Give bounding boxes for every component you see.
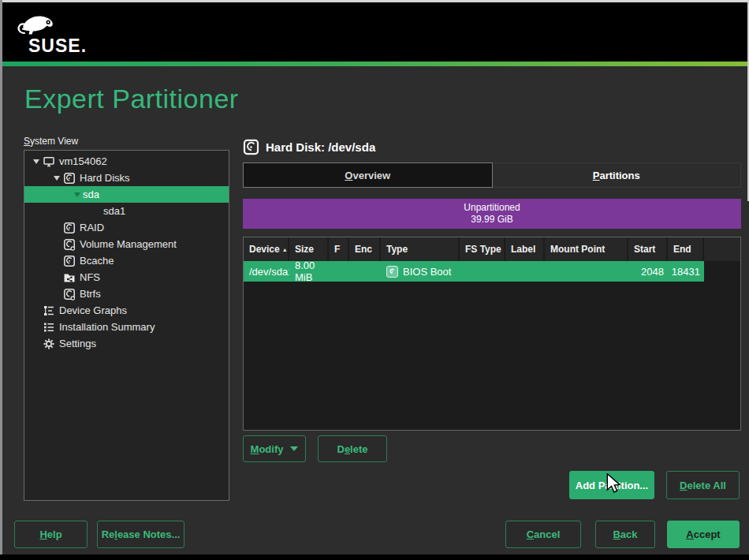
folder-share-icon <box>62 271 76 284</box>
table-header-row: Device▲ Size F Enc Type FS Type Label Mo… <box>244 237 740 261</box>
expander-icon[interactable] <box>51 176 62 181</box>
cell-device: /dev/sda1 <box>244 261 289 282</box>
table-row[interactable]: /dev/sda1 8.00 MiB BIOS Boot 2048 18431 <box>244 261 740 282</box>
graph-icon <box>42 304 56 317</box>
tree-item-hard-disks[interactable]: Hard Disks <box>24 170 229 186</box>
expander-icon[interactable] <box>72 192 83 197</box>
column-header-device[interactable]: Device▲ <box>244 237 289 261</box>
help-button[interactable]: Help <box>14 521 88 548</box>
column-header-end[interactable]: End <box>668 237 704 261</box>
modify-button[interactable]: Modify <box>243 435 306 462</box>
release-notes-button[interactable]: Release Notes... <box>97 521 184 548</box>
cell-mount-point <box>545 261 628 282</box>
column-header-enc[interactable]: Enc <box>349 237 381 261</box>
disk-icon <box>62 172 76 185</box>
tree-item-sda1[interactable]: sda1 <box>24 203 229 219</box>
tree-item-installation-summary[interactable]: Installation Summary <box>24 319 229 335</box>
disk-bar-label: Unpartitioned <box>464 202 520 214</box>
tree-item-label: NFS <box>80 271 100 283</box>
tree-item-btrfs[interactable]: Btrfs <box>24 286 229 302</box>
cancel-button[interactable]: Cancel <box>505 521 581 548</box>
tree-item-label: Btrfs <box>80 288 101 300</box>
cell-f <box>329 261 349 282</box>
tree-item-label: Hard Disks <box>80 172 130 184</box>
cell-end: 18431 <box>668 261 704 282</box>
cell-start: 2048 <box>628 261 668 282</box>
sort-asc-icon: ▲ <box>282 247 288 252</box>
column-header-filler <box>704 237 740 261</box>
content-title: Hard Disk: /dev/sda <box>266 140 375 154</box>
tree-item-sda[interactable]: sda <box>24 186 229 203</box>
column-header-type[interactable]: Type <box>381 237 460 261</box>
hard-disk-icon <box>243 139 259 155</box>
accept-button[interactable]: Accept <box>667 521 740 548</box>
column-header-start[interactable]: Start <box>628 237 668 261</box>
page-title: Expert Partitioner <box>24 84 239 114</box>
suse-wordmark: SUSE. <box>28 35 87 57</box>
cell-fs-type <box>460 261 505 282</box>
tree-item-label: Installation Summary <box>59 321 155 333</box>
tree-item-nfs[interactable]: NFS <box>24 269 229 286</box>
cell-size: 8.00 MiB <box>289 261 329 282</box>
partitions-table: Device▲ Size F Enc Type FS Type Label Mo… <box>243 237 741 431</box>
partition-type-icon <box>386 266 398 278</box>
tree-item-label: RAID <box>80 222 104 233</box>
column-header-size[interactable]: Size <box>289 237 329 261</box>
chevron-down-icon <box>290 446 298 451</box>
delete-all-button[interactable]: Delete All <box>666 471 740 499</box>
tab-partitions[interactable]: Partitions <box>493 162 742 188</box>
mouse-cursor <box>606 473 623 497</box>
delete-button[interactable]: Delete <box>318 435 387 462</box>
disk-bar-size: 39.99 GiB <box>471 214 512 226</box>
cell-type: BIOS Boot <box>381 261 460 282</box>
column-header-mount-point[interactable]: Mount Point <box>545 237 628 261</box>
column-header-f[interactable]: F <box>329 237 349 261</box>
tab-overview[interactable]: Overview <box>243 162 493 188</box>
tree-item-label: Bcache <box>80 255 114 267</box>
suse-logo: SUSE. <box>14 10 117 59</box>
tree-item-label: Device Graphs <box>59 304 127 316</box>
cell-enc <box>349 261 381 282</box>
tree-item-device-graphs[interactable]: Device Graphs <box>24 302 229 319</box>
tree-item-label: sda1 <box>103 205 125 217</box>
tree-item-raid[interactable]: RAID <box>24 219 229 236</box>
tree-item-label: sda <box>83 189 99 200</box>
tree-item-label: vm154062 <box>59 155 107 167</box>
tree-item-label: Volume Management <box>80 238 177 250</box>
content-header: Hard Disk: /dev/sda <box>243 139 375 155</box>
back-button[interactable]: Back <box>595 521 655 548</box>
tree-item-settings[interactable]: Settings <box>24 335 229 352</box>
disk-badge-icon <box>62 288 76 301</box>
disk-icon <box>62 222 76 234</box>
window-edge-bottom <box>0 554 749 560</box>
expert-partitioner-window: SUSE. Expert Partitioner System View vm1… <box>0 0 749 560</box>
tree-item-label: Settings <box>59 338 96 349</box>
column-header-fs-type[interactable]: FS Type <box>460 237 505 261</box>
top-banner: SUSE. <box>0 2 749 62</box>
computer-icon <box>42 155 56 168</box>
gear-icon <box>42 338 56 350</box>
tab-bar: Overview Partitions <box>243 162 741 188</box>
window-edge-left <box>0 0 2 554</box>
cell-filler <box>704 261 740 282</box>
tree-item-vm154062[interactable]: vm154062 <box>24 153 229 170</box>
disk-badge-icon <box>62 238 76 251</box>
window-edge-top <box>0 0 749 2</box>
expander-icon[interactable] <box>31 159 42 164</box>
tree-item-bcache[interactable]: Bcache <box>24 252 229 269</box>
list-icon <box>42 321 56 334</box>
tree-item-volume-management[interactable]: Volume Management <box>24 236 229 252</box>
accent-bar <box>0 62 749 66</box>
cell-label <box>505 261 545 282</box>
system-view-tree[interactable]: vm154062 Hard Disks sda sda1 RAID <box>24 150 229 501</box>
column-header-label[interactable]: Label <box>505 237 545 261</box>
disk-usage-bar: Unpartitioned 39.99 GiB <box>243 199 741 229</box>
suse-chameleon-icon <box>14 12 61 39</box>
system-view-label: System View <box>24 136 78 147</box>
disk-icon <box>62 255 76 267</box>
